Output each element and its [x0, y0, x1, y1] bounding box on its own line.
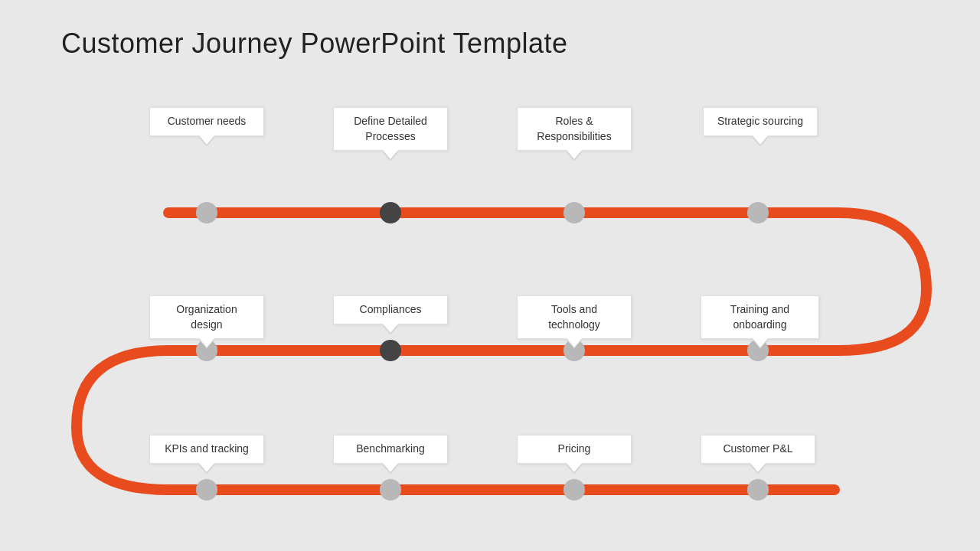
label-strategic-sourcing: Strategic sourcing — [703, 107, 818, 136]
dot-row1-1 — [196, 202, 217, 223]
label-pricing: Pricing — [517, 435, 632, 464]
label-organization-design: Organization design — [149, 295, 264, 339]
dot-row1-4 — [747, 202, 769, 223]
label-compliances: Compliances — [333, 295, 448, 324]
dot-row3-1 — [196, 479, 217, 500]
road-svg — [0, 99, 980, 543]
dot-row1-3 — [564, 202, 585, 223]
dot-row3-4 — [747, 479, 769, 500]
label-define-detailed: Define Detailed Processes — [333, 107, 448, 151]
dot-row3-2 — [380, 479, 401, 500]
label-benchmarking: Benchmarking — [333, 435, 448, 464]
label-roles-responsibilities: Roles & Responsibilities — [517, 107, 632, 151]
dot-row3-3 — [564, 479, 585, 500]
timeline-area: Customer needs Define Detailed Processes… — [0, 99, 980, 543]
label-tools-technology: Tools and technology — [517, 295, 632, 339]
label-customer-pl: Customer P&L — [701, 435, 815, 464]
label-training-onboarding: Training and onboarding — [701, 295, 819, 339]
label-kpis-tracking: KPIs and tracking — [149, 435, 264, 464]
dot-row1-2 — [380, 202, 401, 223]
label-customer-needs: Customer needs — [149, 107, 264, 136]
title: Customer Journey PowerPoint Template — [61, 28, 568, 60]
dot-row2-2 — [380, 340, 401, 361]
